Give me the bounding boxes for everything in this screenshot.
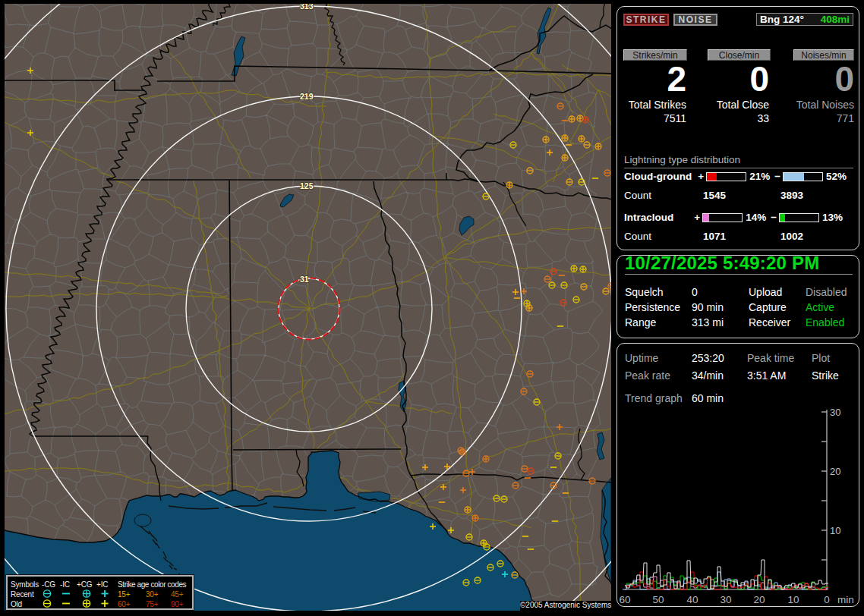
svg-text:10: 10 <box>787 594 799 605</box>
svg-text:50: 50 <box>652 594 664 605</box>
svg-text:125: 125 <box>300 181 314 190</box>
svg-text:0: 0 <box>824 594 830 605</box>
svg-text:60: 60 <box>619 594 630 605</box>
svg-text:31: 31 <box>300 275 309 284</box>
svg-text:30: 30 <box>830 407 840 418</box>
svg-text:30: 30 <box>720 594 731 605</box>
svg-text:313: 313 <box>300 4 314 11</box>
svg-text:10: 10 <box>830 525 840 536</box>
svg-text:20: 20 <box>830 466 840 477</box>
svg-text:40: 40 <box>686 594 698 605</box>
svg-text:219: 219 <box>300 92 314 101</box>
svg-text:min: min <box>837 594 854 605</box>
svg-text:20: 20 <box>753 594 765 605</box>
